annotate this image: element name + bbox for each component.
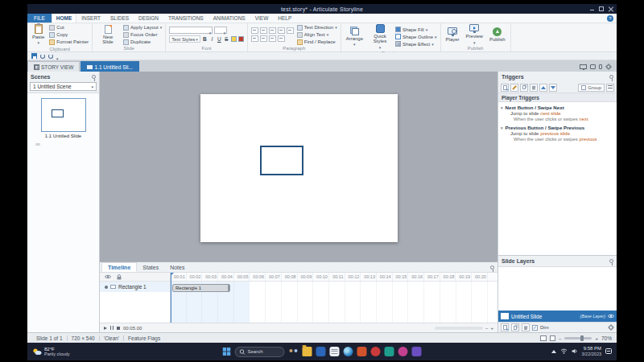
focus-order-button[interactable]: Focus Order bbox=[123, 32, 162, 38]
stop-icon[interactable] bbox=[117, 327, 120, 330]
maximize-icon[interactable] bbox=[598, 6, 604, 12]
tab-slides[interactable]: SLIDES bbox=[105, 14, 134, 23]
timeline-track-area[interactable]: 00:0100:0200:0300:0400:0500:0600:0700:08… bbox=[171, 273, 497, 323]
taskbar-app-icon[interactable] bbox=[412, 347, 422, 356]
tab-notes[interactable]: Notes bbox=[164, 262, 190, 272]
collapse-icon[interactable] bbox=[501, 125, 503, 130]
align-left-icon[interactable] bbox=[251, 35, 258, 42]
playhead[interactable] bbox=[171, 273, 171, 323]
scene-selector[interactable]: 1 Untitled Scene bbox=[30, 82, 97, 91]
gear-icon[interactable] bbox=[605, 64, 612, 70]
titlebar[interactable]: test.story* - Articulate Storyline bbox=[27, 4, 617, 14]
line-spacing-icon[interactable] bbox=[287, 27, 294, 34]
slide-canvas[interactable] bbox=[100, 72, 497, 261]
eye-icon[interactable] bbox=[105, 274, 111, 279]
tab-help[interactable]: HELP bbox=[273, 14, 296, 23]
pin-icon[interactable] bbox=[490, 265, 494, 269]
align-text-button[interactable]: Align Text bbox=[297, 32, 337, 38]
dim-checkbox[interactable] bbox=[532, 325, 538, 331]
highlight-color-icon[interactable] bbox=[231, 36, 237, 42]
file-explorer-icon[interactable] bbox=[303, 347, 312, 356]
desktop-preview-icon[interactable] bbox=[580, 64, 587, 69]
font-color-icon[interactable] bbox=[238, 36, 244, 42]
network-icon[interactable] bbox=[560, 348, 568, 354]
taskbar-app-icon[interactable] bbox=[316, 347, 326, 356]
fit-to-window-icon[interactable] bbox=[540, 335, 547, 341]
group-triggers-button[interactable]: Group bbox=[578, 84, 605, 92]
edit-trigger-button[interactable] bbox=[510, 84, 518, 92]
pause-icon[interactable] bbox=[110, 326, 114, 330]
tab-animations[interactable]: ANIMATIONS bbox=[208, 14, 250, 23]
text-styles-button[interactable]: Text Styles bbox=[169, 35, 200, 43]
trigger-item[interactable]: Next Button / Swipe Next Jump to slidene… bbox=[498, 102, 617, 122]
bold-button[interactable]: B bbox=[202, 36, 208, 42]
shape-effect-button[interactable]: Shape Effect bbox=[395, 41, 437, 47]
zoom-slider-thumb[interactable] bbox=[580, 335, 584, 341]
arrange-button[interactable]: Arrange bbox=[345, 27, 365, 47]
taskbar-app-icon[interactable] bbox=[398, 347, 408, 356]
numbering-icon[interactable] bbox=[260, 27, 267, 34]
apply-layout-button[interactable]: Apply Layout bbox=[123, 25, 162, 31]
help-icon[interactable] bbox=[607, 15, 613, 22]
play-icon[interactable] bbox=[104, 327, 107, 330]
preview-button[interactable]: Preview bbox=[464, 24, 485, 45]
bullets-icon[interactable] bbox=[251, 27, 258, 34]
rectangle-shape[interactable] bbox=[260, 146, 303, 175]
zoom-in-icon[interactable] bbox=[490, 326, 493, 331]
copy-button[interactable]: Copy bbox=[49, 32, 89, 38]
zoom-out-icon[interactable] bbox=[559, 335, 562, 341]
pin-icon[interactable] bbox=[609, 75, 613, 79]
taskbar-app-icon[interactable] bbox=[330, 347, 340, 356]
timeline-scrollbar[interactable] bbox=[435, 327, 483, 330]
tab-transitions[interactable]: TRANSITIONS bbox=[163, 14, 208, 23]
volume-icon[interactable] bbox=[572, 348, 578, 354]
duplicate-layer-button[interactable] bbox=[511, 323, 519, 331]
cut-button[interactable]: Cut bbox=[49, 25, 89, 31]
zoom-slider[interactable] bbox=[564, 337, 592, 339]
new-slide-button[interactable]: New Slide bbox=[96, 25, 120, 45]
clock-widget[interactable]: 9:58 PM 3/22/2023 bbox=[582, 346, 601, 356]
align-right-icon[interactable] bbox=[269, 35, 276, 42]
save-icon[interactable] bbox=[31, 53, 37, 59]
tab-timeline[interactable]: Timeline bbox=[101, 262, 137, 272]
undo-icon[interactable] bbox=[40, 54, 45, 59]
pin-icon[interactable] bbox=[92, 75, 96, 79]
taskbar-app-icon[interactable] bbox=[371, 347, 381, 356]
slide-thumbnail[interactable] bbox=[41, 98, 86, 132]
zoom-in-icon[interactable] bbox=[595, 335, 598, 341]
player-button[interactable]: Player bbox=[444, 27, 461, 42]
notification-icon[interactable] bbox=[605, 348, 612, 354]
timeline-object-bar[interactable]: Rectangle 1 bbox=[172, 284, 230, 292]
minimize-icon[interactable] bbox=[589, 6, 595, 12]
timeline-ruler[interactable]: 00:0100:0200:0300:0400:0500:0600:0700:08… bbox=[171, 273, 497, 282]
publish-button[interactable]: Publish bbox=[488, 27, 507, 42]
tray-overflow-icon[interactable] bbox=[551, 350, 556, 353]
format-painter-button[interactable]: Format Painter bbox=[49, 39, 89, 45]
copy-trigger-button[interactable] bbox=[520, 84, 528, 92]
trigger-action-link[interactable]: previous slide bbox=[540, 131, 570, 136]
move-trigger-down-button[interactable] bbox=[549, 84, 557, 92]
delete-layer-button[interactable] bbox=[522, 323, 530, 331]
strikethrough-button[interactable]: S bbox=[224, 36, 229, 42]
layer-settings-gear-icon[interactable] bbox=[608, 324, 614, 331]
start-icon[interactable] bbox=[223, 348, 231, 356]
pin-icon[interactable] bbox=[609, 259, 613, 263]
eye-icon[interactable] bbox=[608, 314, 614, 319]
tab-view[interactable]: VIEW bbox=[250, 14, 274, 23]
trigger-condition-link[interactable]: next bbox=[580, 117, 588, 121]
trigger-action-link[interactable]: next slide bbox=[540, 111, 560, 116]
search-input[interactable]: Search bbox=[235, 347, 285, 357]
taskbar-app-icon[interactable] bbox=[385, 347, 394, 356]
shape-outline-button[interactable]: Shape Outline bbox=[395, 34, 437, 39]
paste-button[interactable]: Paste bbox=[31, 24, 46, 46]
duplicate-button[interactable]: Duplicate bbox=[123, 39, 162, 45]
indent-icon[interactable] bbox=[278, 27, 285, 34]
weather-widget[interactable]: 82°F Partly cloudy bbox=[32, 347, 70, 357]
font-size-combo[interactable] bbox=[214, 27, 227, 34]
timeline-object-row[interactable]: Rectangle 1 bbox=[100, 282, 170, 292]
tab-home[interactable]: HOME bbox=[52, 14, 77, 23]
close-icon[interactable] bbox=[608, 6, 613, 12]
quick-styles-button[interactable]: Quick Styles bbox=[368, 24, 392, 50]
underline-button[interactable]: U bbox=[217, 36, 222, 42]
font-name-combo[interactable] bbox=[169, 27, 213, 34]
